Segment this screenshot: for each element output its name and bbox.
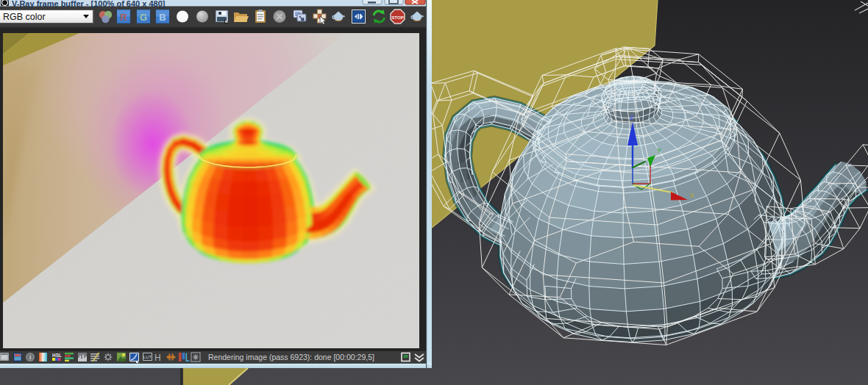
svg-text:STOP: STOP: [391, 15, 404, 20]
svg-text:H: H: [154, 353, 161, 363]
svg-text:Y: Y: [657, 147, 661, 154]
svg-text:R: R: [120, 12, 127, 23]
svg-text:Z: Z: [630, 114, 634, 121]
svg-text:X: X: [690, 192, 694, 199]
svg-text:RGB color: RGB color: [3, 12, 46, 22]
svg-text:HSL: HSL: [52, 353, 62, 358]
svg-text:B: B: [159, 12, 166, 23]
svg-text:Rendering image (pass 6923): d: Rendering image (pass 6923): done [00:00…: [208, 353, 374, 361]
svg-text:G: G: [140, 12, 147, 23]
svg-text:LUT: LUT: [143, 355, 152, 359]
svg-text:V-Ray frame buffer - [100% of: V-Ray frame buffer - [100% of 640 x 480]: [12, 0, 166, 8]
